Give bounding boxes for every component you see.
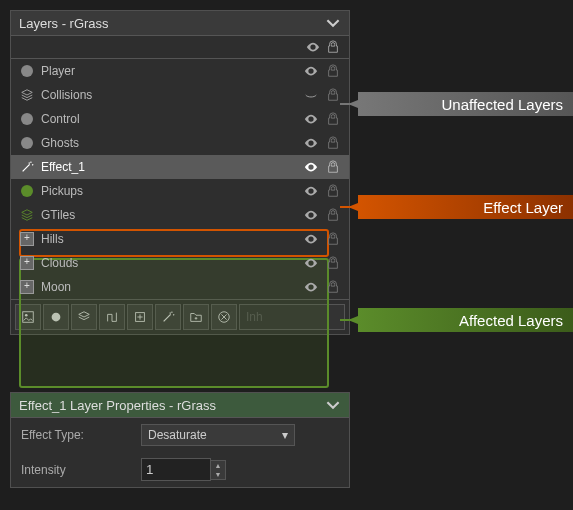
callout-effect: Effect Layer bbox=[358, 195, 573, 219]
lock-icon[interactable] bbox=[325, 111, 341, 127]
layer-name: Player bbox=[41, 64, 297, 78]
circle-icon bbox=[19, 111, 35, 127]
layer-name: Hills bbox=[41, 232, 297, 246]
callout-unaffected: Unaffected Layers bbox=[358, 92, 573, 116]
circle-icon bbox=[19, 183, 35, 199]
intensity-label: Intensity bbox=[21, 463, 131, 477]
layer-name: Pickups bbox=[41, 184, 297, 198]
eye-icon[interactable] bbox=[303, 159, 319, 175]
effect-type-label: Effect Type: bbox=[21, 428, 131, 442]
delete-layer-button[interactable] bbox=[211, 304, 237, 330]
eye-icon[interactable] bbox=[303, 231, 319, 247]
add-effect-layer-button[interactable] bbox=[155, 304, 181, 330]
layers-header[interactable]: Layers - rGrass bbox=[11, 11, 349, 36]
eye-icon[interactable] bbox=[303, 207, 319, 223]
effect-type-row: Effect Type: Desaturate ▾ bbox=[11, 418, 349, 452]
global-layer-toggles bbox=[11, 36, 349, 59]
lock-icon[interactable] bbox=[325, 183, 341, 199]
layer-row[interactable]: +Moon bbox=[11, 275, 349, 299]
callout-affected: Affected Layers bbox=[358, 308, 573, 332]
layer-properties-panel: Effect_1 Layer Properties - rGrass Effec… bbox=[10, 392, 350, 488]
chevron-down-icon[interactable] bbox=[325, 397, 341, 413]
lock-icon[interactable] bbox=[325, 279, 341, 295]
eye-icon[interactable] bbox=[303, 111, 319, 127]
step-up-button[interactable]: ▲ bbox=[211, 461, 225, 470]
eye-icon[interactable] bbox=[303, 135, 319, 151]
lock-icon[interactable] bbox=[325, 159, 341, 175]
lock-icon[interactable] bbox=[325, 135, 341, 151]
layers-panel: Layers - rGrass Player Collisions Contro… bbox=[10, 10, 350, 335]
plus-icon: + bbox=[19, 231, 35, 247]
layer-row[interactable]: +Hills bbox=[11, 227, 349, 251]
step-down-button[interactable]: ▼ bbox=[211, 470, 225, 479]
add-path-layer-button[interactable] bbox=[99, 304, 125, 330]
layer-name: Control bbox=[41, 112, 297, 126]
lock-icon[interactable] bbox=[325, 87, 341, 103]
layer-row[interactable]: Pickups bbox=[11, 179, 349, 203]
svg-rect-0 bbox=[23, 312, 34, 323]
layers-toolbar: Inh bbox=[11, 299, 349, 334]
intensity-input[interactable] bbox=[141, 458, 211, 481]
effect-type-select[interactable]: Desaturate ▾ bbox=[141, 424, 295, 446]
layer-row[interactable]: GTiles bbox=[11, 203, 349, 227]
chevron-down-icon[interactable] bbox=[325, 15, 341, 31]
layers-list: Player Collisions Control Ghosts Effect_… bbox=[11, 59, 349, 299]
panel-title: Layers - rGrass bbox=[19, 16, 109, 31]
lock-icon[interactable] bbox=[325, 231, 341, 247]
lock-icon[interactable] bbox=[325, 39, 341, 55]
layer-row[interactable]: +Clouds bbox=[11, 251, 349, 275]
add-background-layer-button[interactable] bbox=[15, 304, 41, 330]
layer-row[interactable]: Control bbox=[11, 107, 349, 131]
inherit-field[interactable]: Inh bbox=[239, 304, 345, 330]
lock-icon[interactable] bbox=[325, 207, 341, 223]
wand-icon bbox=[19, 159, 35, 175]
stack-icon bbox=[19, 207, 35, 223]
layer-row[interactable]: Ghosts bbox=[11, 131, 349, 155]
layer-name: Effect_1 bbox=[41, 160, 297, 174]
svg-point-1 bbox=[25, 314, 28, 317]
plus-icon: + bbox=[19, 279, 35, 295]
add-folder-button[interactable] bbox=[183, 304, 209, 330]
layer-name: Moon bbox=[41, 280, 297, 294]
intensity-row: Intensity ▲ ▼ bbox=[11, 452, 349, 487]
svg-point-2 bbox=[52, 313, 61, 322]
effect-type-value: Desaturate bbox=[148, 428, 207, 442]
lock-icon[interactable] bbox=[325, 63, 341, 79]
eye-icon[interactable] bbox=[303, 255, 319, 271]
stepper-buttons: ▲ ▼ bbox=[211, 460, 226, 480]
layer-name: Collisions bbox=[41, 88, 297, 102]
eye-icon[interactable] bbox=[303, 183, 319, 199]
eye-icon[interactable] bbox=[303, 279, 319, 295]
eye-icon[interactable] bbox=[305, 39, 321, 55]
layer-name: Clouds bbox=[41, 256, 297, 270]
properties-title: Effect_1 Layer Properties - rGrass bbox=[19, 398, 216, 413]
layer-row-selected[interactable]: Effect_1 bbox=[11, 155, 349, 179]
eye-icon[interactable] bbox=[303, 63, 319, 79]
properties-header[interactable]: Effect_1 Layer Properties - rGrass bbox=[11, 393, 349, 418]
circle-icon bbox=[19, 63, 35, 79]
caret-down-icon: ▾ bbox=[282, 428, 288, 442]
eye-closed-icon[interactable] bbox=[303, 87, 319, 103]
layer-row[interactable]: Player bbox=[11, 59, 349, 83]
add-tile-layer-button[interactable] bbox=[71, 304, 97, 330]
intensity-stepper[interactable]: ▲ ▼ bbox=[141, 458, 226, 481]
add-asset-layer-button[interactable] bbox=[127, 304, 153, 330]
lock-icon[interactable] bbox=[325, 255, 341, 271]
plus-icon: + bbox=[19, 255, 35, 271]
layer-row[interactable]: Collisions bbox=[11, 83, 349, 107]
layer-name: GTiles bbox=[41, 208, 297, 222]
add-instance-layer-button[interactable] bbox=[43, 304, 69, 330]
circle-icon bbox=[19, 135, 35, 151]
stack-icon bbox=[19, 87, 35, 103]
layer-name: Ghosts bbox=[41, 136, 297, 150]
